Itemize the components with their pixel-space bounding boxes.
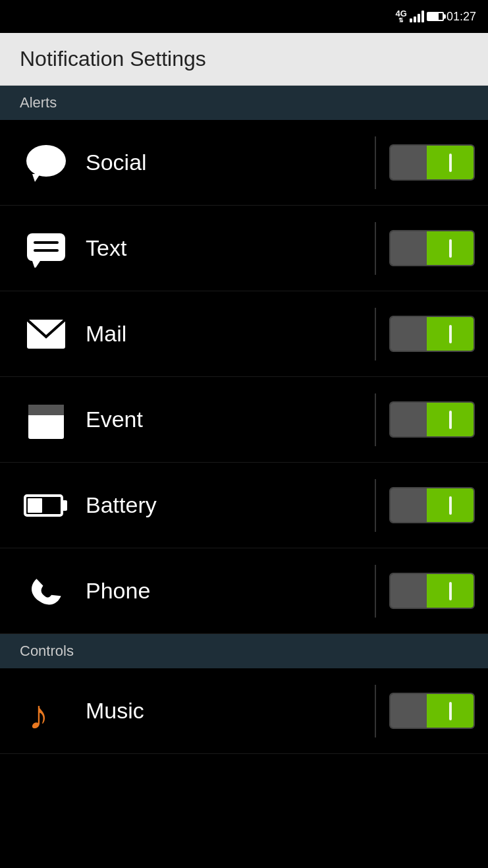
social-label: Social [72,150,375,175]
music-row[interactable]: ♪ Music [0,668,488,754]
mail-toggle[interactable] [389,316,475,352]
battery-icon [20,492,72,519]
svg-marker-5 [32,261,40,268]
social-icon [20,144,72,182]
battery-status-icon [427,12,444,21]
music-label: Music [72,698,375,724]
divider [375,393,376,446]
phone-label: Phone [72,578,375,604]
event-toggle[interactable] [389,401,475,438]
divider [375,136,376,189]
status-bar: 4G ⇅ 01:27 [0,0,488,33]
text-label: Text [72,235,375,261]
mail-icon [20,318,72,350]
text-toggle[interactable] [389,230,475,266]
event-icon: 1 [20,399,72,440]
svg-text:1: 1 [41,415,51,434]
battery-toggle[interactable] [389,487,475,523]
text-icon [20,229,72,268]
battery-label: Battery [72,492,375,518]
controls-section-header: Controls [0,634,488,668]
event-label: Event [72,407,375,432]
music-icon: ♪ [20,688,72,734]
phone-icon [20,571,72,612]
event-row[interactable]: 1 Event [0,377,488,463]
divider [375,308,376,361]
signal-icon [410,11,424,22]
svg-text:♪: ♪ [28,692,49,734]
title-bar: Notification Settings [0,33,488,86]
social-toggle[interactable] [389,144,475,181]
social-row[interactable]: Social [0,120,488,206]
svg-rect-8 [28,405,64,415]
time-display: 01:27 [447,10,476,24]
music-toggle[interactable] [389,693,475,729]
divider [375,479,376,532]
status-icons: 4G ⇅ 01:27 [396,9,476,24]
text-row[interactable]: Text [0,206,488,291]
svg-rect-2 [27,233,65,261]
alerts-section-header: Alerts [0,86,488,120]
page-title: Notification Settings [20,47,206,71]
mail-label: Mail [72,321,375,347]
alerts-label: Alerts [20,94,57,111]
divider [375,222,376,275]
phone-row[interactable]: Phone [0,548,488,634]
phone-toggle[interactable] [389,573,475,609]
battery-row[interactable]: Battery [0,463,488,548]
network-icon: 4G ⇅ [396,9,407,24]
divider [375,565,376,618]
svg-point-0 [26,145,66,177]
divider [375,685,376,738]
mail-row[interactable]: Mail [0,291,488,377]
controls-label: Controls [20,643,74,660]
svg-rect-12 [62,500,67,511]
svg-rect-11 [28,498,42,513]
svg-marker-1 [32,174,40,182]
